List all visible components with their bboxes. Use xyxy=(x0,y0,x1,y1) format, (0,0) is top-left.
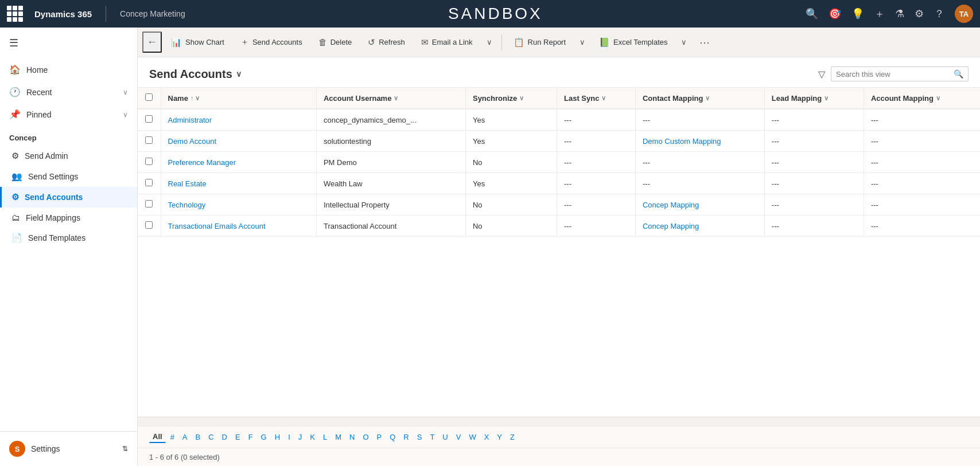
alpha-o[interactable]: O xyxy=(359,432,372,442)
row-checkbox-cell[interactable] xyxy=(138,152,161,173)
send-accounts-button[interactable]: ＋ Send Accounts xyxy=(234,33,309,51)
alpha-z[interactable]: Z xyxy=(507,432,518,442)
row-checkbox-cell[interactable] xyxy=(138,109,161,131)
sort-icon[interactable]: ∨ xyxy=(519,95,524,102)
sidebar-item-recent[interactable]: 🕐 Recent ∨ xyxy=(0,81,137,103)
sort-icon[interactable]: ∨ xyxy=(705,95,710,102)
alpha-i[interactable]: I xyxy=(285,432,294,442)
alpha-r[interactable]: R xyxy=(400,432,412,442)
account-name-link[interactable]: Technology xyxy=(168,201,206,209)
refresh-button[interactable]: ↺ Refresh xyxy=(361,34,412,51)
account-name-link[interactable]: Preference Manager xyxy=(168,158,236,167)
select-all-checkbox[interactable] xyxy=(145,93,153,101)
alpha-k[interactable]: K xyxy=(306,432,318,442)
alpha-d[interactable]: D xyxy=(219,432,231,442)
dashboard-icon[interactable]: 🎯 xyxy=(829,7,841,20)
sidebar-item-home[interactable]: 🏠 Home xyxy=(0,58,137,81)
row-checkbox[interactable] xyxy=(145,200,153,207)
run-report-dropdown[interactable]: ∨ xyxy=(575,34,590,50)
sort-icon[interactable]: ↑ ∨ xyxy=(190,95,200,102)
col-lead-mapping[interactable]: Lead Mapping ∨ xyxy=(764,88,864,109)
contact-mapping-link[interactable]: Concep Mapping xyxy=(643,201,699,209)
alpha-f[interactable]: F xyxy=(245,432,256,442)
alpha-b[interactable]: B xyxy=(192,432,204,442)
add-icon[interactable]: ＋ xyxy=(874,7,885,21)
email-link-dropdown[interactable]: ∨ xyxy=(482,34,497,50)
alpha-y[interactable]: Y xyxy=(493,432,505,442)
brand-name[interactable]: Dynamics 365 xyxy=(30,9,92,19)
alpha-c[interactable]: C xyxy=(205,432,217,442)
alpha-v[interactable]: V xyxy=(453,432,465,442)
sidebar-item-field-mappings[interactable]: 🗂 Field Mappings xyxy=(0,207,137,228)
row-checkbox[interactable] xyxy=(145,179,153,186)
row-checkbox[interactable] xyxy=(145,221,153,229)
contact-mapping-link[interactable]: Demo Custom Mapping xyxy=(643,137,721,146)
view-title-chevron-icon[interactable]: ∨ xyxy=(236,69,242,79)
alpha-g[interactable]: G xyxy=(258,432,270,442)
col-username[interactable]: Account Username ∨ xyxy=(316,88,465,109)
account-name-link[interactable]: Administrator xyxy=(168,116,212,124)
alpha-t[interactable]: T xyxy=(426,432,438,442)
col-name[interactable]: Name ↑ ∨ xyxy=(161,88,316,109)
col-account-mapping[interactable]: Account Mapping ∨ xyxy=(864,88,980,109)
alpha-h[interactable]: H xyxy=(271,432,283,442)
settings-section[interactable]: S Settings ⇅ xyxy=(9,437,128,460)
row-checkbox-cell[interactable] xyxy=(138,216,161,237)
sort-icon[interactable]: ∨ xyxy=(936,95,940,102)
col-contact-mapping[interactable]: Contact Mapping ∨ xyxy=(635,88,764,109)
view-filter-icon[interactable]: ▽ xyxy=(818,69,825,80)
row-checkbox-cell[interactable] xyxy=(138,131,161,152)
help-icon[interactable]: ？ xyxy=(934,7,944,21)
search-icon[interactable]: 🔍 xyxy=(806,7,818,20)
sort-icon[interactable]: ∨ xyxy=(824,95,829,102)
alpha-u[interactable]: U xyxy=(439,432,451,442)
run-report-button[interactable]: 📋 Run Report xyxy=(507,34,573,51)
row-checkbox[interactable] xyxy=(145,115,153,123)
alpha-a[interactable]: A xyxy=(179,432,191,442)
account-name-link[interactable]: Transactional Emails Account xyxy=(168,222,266,230)
user-avatar[interactable]: TA xyxy=(955,5,973,23)
account-name-link[interactable]: Real Estate xyxy=(168,179,207,188)
alpha-p[interactable]: P xyxy=(374,432,386,442)
row-checkbox-cell[interactable] xyxy=(138,173,161,194)
excel-templates-button[interactable]: 📗 Excel Templates xyxy=(592,34,674,51)
filter-icon[interactable]: ⚗ xyxy=(895,7,904,20)
alpha-w[interactable]: W xyxy=(465,432,479,442)
sidebar-item-send-templates[interactable]: 📄 Send Templates xyxy=(0,228,137,248)
back-button[interactable]: ← xyxy=(142,32,162,53)
alpha-s[interactable]: S xyxy=(414,432,426,442)
search-submit-icon[interactable]: 🔍 xyxy=(954,69,963,79)
row-checkbox[interactable] xyxy=(145,158,153,165)
alpha-x[interactable]: X xyxy=(481,432,493,442)
sidebar-item-send-admin[interactable]: ⚙ Send Admin xyxy=(0,146,137,166)
sidebar-item-send-accounts[interactable]: ⚙ Send Accounts xyxy=(0,187,137,207)
email-link-button[interactable]: ✉ Email a Link xyxy=(414,34,480,51)
alpha-l[interactable]: L xyxy=(320,432,330,442)
alpha-m[interactable]: M xyxy=(332,432,345,442)
more-options-icon[interactable]: ⋯ xyxy=(694,33,715,52)
delete-button[interactable]: 🗑 Delete xyxy=(312,34,359,50)
sidebar-item-pinned[interactable]: 📌 Pinned ∨ xyxy=(0,103,137,126)
sort-icon[interactable]: ∨ xyxy=(601,95,606,102)
notification-icon[interactable]: 💡 xyxy=(851,7,864,20)
col-last-sync[interactable]: Last Sync ∨ xyxy=(557,88,636,109)
col-synchronize[interactable]: Synchronize ∨ xyxy=(465,88,557,109)
contact-mapping-link[interactable]: Concep Mapping xyxy=(643,222,699,230)
hamburger-icon[interactable]: ☰ xyxy=(0,28,137,58)
excel-dropdown[interactable]: ∨ xyxy=(676,34,691,50)
alpha-q[interactable]: Q xyxy=(386,432,399,442)
sort-icon[interactable]: ∨ xyxy=(394,95,398,102)
account-name-link[interactable]: Demo Account xyxy=(168,137,217,146)
alpha-e[interactable]: E xyxy=(232,432,244,442)
row-checkbox-cell[interactable] xyxy=(138,194,161,216)
alpha-#[interactable]: # xyxy=(167,432,178,442)
search-input[interactable] xyxy=(836,70,954,79)
alpha-j[interactable]: J xyxy=(295,432,306,442)
app-grid-icon[interactable] xyxy=(7,6,23,22)
show-chart-button[interactable]: 📊 Show Chart xyxy=(164,34,231,51)
alpha-n[interactable]: N xyxy=(346,432,358,442)
alpha-all[interactable]: All xyxy=(149,431,166,443)
horizontal-scrollbar[interactable] xyxy=(138,417,980,426)
settings-icon[interactable]: ⚙ xyxy=(915,7,924,20)
select-all-header[interactable] xyxy=(138,88,161,109)
